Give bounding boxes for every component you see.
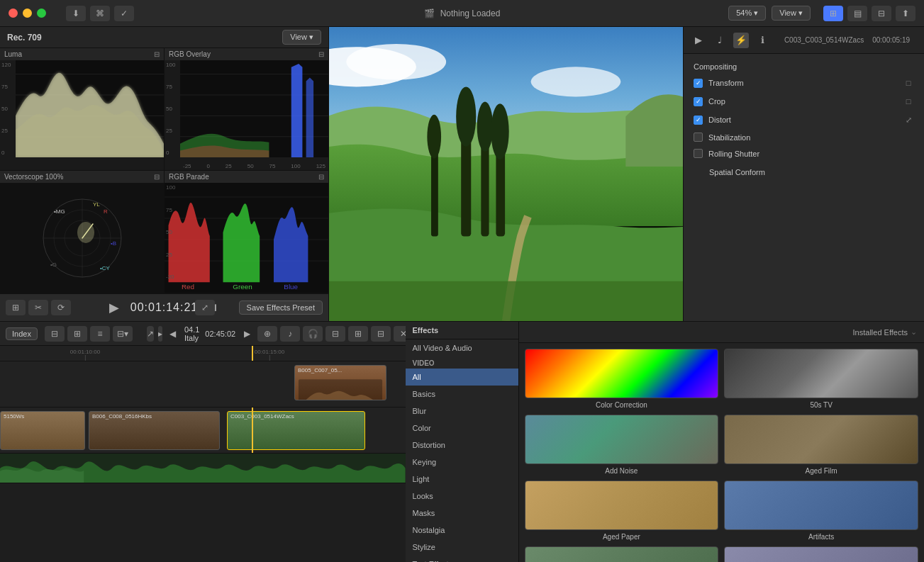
nav-left-button[interactable]: ◀ [167, 327, 179, 340]
luma-title: Luma [4, 50, 22, 58]
trim-tool[interactable]: ✂ [28, 300, 48, 315]
distort-checkbox[interactable]: ✓ [694, 116, 703, 125]
timeline-duration: 02:45:02 [205, 330, 235, 338]
effects-masks-item[interactable]: Masks [406, 505, 518, 522]
effects-looks-item[interactable]: Looks [406, 488, 518, 505]
luma-icon: ⊟ [154, 50, 160, 58]
minimize-button[interactable] [23, 9, 32, 18]
effects-distortion-item[interactable]: Distortion [406, 437, 518, 454]
playback-controls: ⊞ ✂ ⟳ ▶ 00:01:14:21 ⏸ Save Effects Prese… [0, 293, 328, 321]
rolling-shutter-checkbox[interactable] [694, 149, 703, 158]
view-button[interactable]: View ▾ [772, 6, 811, 21]
titlebar-icons: ⬇ ⌘ ✓ [66, 6, 134, 21]
audio-tab-icon[interactable]: ♩ [712, 33, 728, 48]
transform-expand-icon[interactable]: □ [903, 77, 914, 89]
zoom-control[interactable]: 54% ▾ [728, 6, 766, 21]
fullscreen-icon[interactable]: ⤢ [195, 300, 215, 315]
effects-tab-icon[interactable]: ⚡ [733, 33, 749, 48]
add-noise-name: Add Noise [525, 467, 719, 475]
link-icon[interactable]: ⊟ [325, 326, 345, 342]
close-button[interactable] [9, 9, 18, 18]
titlebar: ⬇ ⌘ ✓ 🎬 Nothing Loaded 54% ▾ View ▾ ⊞ ▤ … [0, 0, 924, 27]
timeline-toolbar: Index ⊟ ⊞ ≡ ⊟▾ ↗ ▸ ◀ 04.1 Italy 02:45:02… [0, 322, 406, 346]
blade-tool[interactable]: ▸ [158, 326, 162, 342]
stabilization-checkbox[interactable] [694, 133, 703, 142]
effects-all-item[interactable]: All [406, 369, 518, 386]
effect-artifacts[interactable]: Artifacts [724, 480, 918, 541]
svg-text:Red: Red [182, 283, 194, 291]
speed-tool[interactable]: ⟳ [51, 300, 71, 315]
effects-blur-item[interactable]: Blur [406, 403, 518, 420]
effects-nostalgia-item[interactable]: Nostalgia [406, 522, 518, 539]
layout-icon-3[interactable]: ⊟ [872, 6, 891, 21]
extra-1-thumbnail [525, 546, 719, 562]
distort-row: ✓ Distort ⤢ [684, 111, 924, 129]
top-row: Rec. 709 View ▾ Luma ⊟ [0, 27, 924, 321]
crop-checkbox[interactable]: ✓ [694, 97, 703, 106]
track-playhead [252, 408, 253, 453]
inspector-toolbar: ▶ ♩ ⚡ ℹ C003_C003_0514WZacs 00:00:05:19 [684, 27, 924, 54]
svg-text:YL: YL [93, 201, 100, 208]
effect-add-noise[interactable]: Add Noise [525, 415, 719, 475]
effect-extra-1[interactable] [525, 546, 719, 562]
svg-text:•CY: •CY [100, 265, 111, 271]
audio-icon[interactable]: ♪ [280, 326, 300, 342]
close-timeline-icon[interactable]: ✕ [394, 326, 405, 342]
video-preview [329, 27, 683, 321]
grid-icon[interactable]: ⊞ [348, 326, 368, 342]
effects-basics-item[interactable]: Basics [406, 386, 518, 403]
save-effects-preset[interactable]: Save Effects Preset [239, 300, 323, 315]
share-icon[interactable]: ⬆ [896, 6, 915, 21]
distort-expand-icon[interactable]: ⤢ [903, 114, 914, 125]
effect-aged-paper[interactable]: Aged Paper [525, 480, 719, 541]
check-icon[interactable]: ✓ [114, 6, 134, 21]
effect-aged-film[interactable]: Aged Film [724, 415, 918, 475]
clip-b006-c008[interactable]: B006_C008_0516HKbs [89, 411, 220, 450]
rgb-parade-icon: ⊟ [318, 173, 324, 181]
clip-view-icon-2[interactable]: ⊞ [67, 326, 87, 342]
effects-color-item[interactable]: Color [406, 420, 518, 437]
headphone-icon[interactable]: 🎧 [303, 326, 323, 342]
spatial-conform-label: Spatial Conform [694, 168, 914, 176]
maximize-button[interactable] [37, 9, 46, 18]
scope-view-button[interactable]: View ▾ [282, 30, 321, 45]
layout-icon-1[interactable]: ⊞ [823, 6, 843, 21]
primary-video-track: 5150Ws B006_C008_0516HKbs C003_C003_0514… [0, 408, 406, 454]
play-button[interactable]: ▶ [106, 298, 122, 317]
rgb-parade-title: RGB Parade [169, 173, 209, 181]
spatial-conform-row: Spatial Conform [684, 164, 924, 180]
nav-right-button[interactable]: ▶ [241, 327, 253, 340]
index-button[interactable]: Index [6, 327, 38, 340]
clip-5150ws[interactable]: 5150Ws [0, 411, 85, 450]
effects-all-video-audio[interactable]: All Video & Audio [406, 339, 518, 356]
effect-color-correction[interactable]: Color Correction [525, 349, 719, 409]
effects-stylize-item[interactable]: Stylize [406, 539, 518, 556]
rgb-overlay-scope: RGB Overlay ⊟ [165, 48, 328, 170]
layout-toggle[interactable]: ⊞ [6, 300, 26, 315]
snapping-icon[interactable]: ⊟ [371, 326, 391, 342]
transform-row: ✓ Transform □ [684, 74, 924, 92]
effects-text-effects-item[interactable]: Text Effects [406, 556, 518, 562]
download-icon[interactable]: ⬇ [66, 6, 86, 21]
clip-view-icon-4[interactable]: ⊟▾ [113, 326, 133, 342]
transform-checkbox[interactable]: ✓ [694, 79, 703, 88]
clip-b005[interactable]: B005_C007_05... [294, 365, 386, 400]
video-tab-icon[interactable]: ▶ [691, 33, 706, 48]
key-icon[interactable]: ⌘ [90, 6, 110, 21]
arrow-tool[interactable]: ↗ [147, 326, 154, 342]
clip-view-icon-3[interactable]: ≡ [90, 326, 110, 342]
clip-c003[interactable]: C003_C003_0514WZacs [227, 411, 365, 450]
layout-icon-2[interactable]: ▤ [847, 6, 867, 21]
crop-expand-icon[interactable]: □ [903, 96, 914, 107]
effects-keying-item[interactable]: Keying [406, 454, 518, 471]
info-tab-icon[interactable]: ℹ [755, 33, 770, 48]
rgb-parade-title-bar: RGB Parade ⊟ [165, 171, 328, 183]
clip-view-icon-1[interactable]: ⊟ [45, 326, 65, 342]
playhead[interactable] [252, 346, 253, 361]
effects-light-item[interactable]: Light [406, 471, 518, 488]
effect-extra-2[interactable] [724, 546, 918, 562]
zoom-in-icon[interactable]: ⊕ [257, 326, 277, 342]
vectorscope-scope: Vectorscope 100% ⊟ [0, 171, 165, 293]
timeline-section: Index ⊟ ⊞ ≡ ⊟▾ ↗ ▸ ◀ 04.1 Italy 02:45:02… [0, 322, 406, 562]
effect-50s-tv[interactable]: 50s TV [724, 349, 918, 409]
